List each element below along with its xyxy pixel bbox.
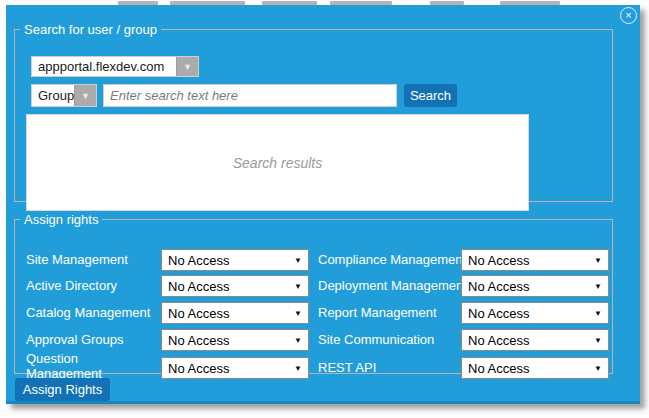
- search-type-dropdown[interactable]: Group ▼: [31, 84, 97, 107]
- select-value: No Access: [468, 306, 529, 321]
- search-results-placeholder: Search results: [233, 155, 322, 171]
- assign-rights-button[interactable]: Assign Rights: [15, 378, 110, 401]
- select-deployment-management[interactable]: No Access ▼: [461, 275, 609, 297]
- select-site-management[interactable]: No Access ▼: [161, 249, 309, 271]
- label-approval-groups: Approval Groups: [26, 329, 124, 351]
- select-arrow-icon: ▼: [294, 364, 302, 373]
- domain-dropdown[interactable]: appportal.flexdev.com ▼: [31, 56, 199, 77]
- select-arrow-icon: ▼: [594, 309, 602, 318]
- select-arrow-icon: ▼: [594, 364, 602, 373]
- label-active-directory: Active Directory: [26, 275, 117, 297]
- close-icon[interactable]: ×: [620, 7, 637, 24]
- search-results-panel[interactable]: Search results: [26, 114, 529, 211]
- assign-rights-section: Assign rights Site Management No Access …: [14, 212, 613, 374]
- select-arrow-icon: ▼: [294, 256, 302, 265]
- combo-arrow-glyph: ▼: [81, 91, 90, 101]
- label-deployment-management: Deployment Management: [318, 275, 467, 297]
- select-catalog-management[interactable]: No Access ▼: [161, 302, 309, 324]
- select-value: No Access: [468, 361, 529, 376]
- select-arrow-icon: ▼: [594, 336, 602, 345]
- search-type-dropdown-value: Group: [32, 85, 74, 106]
- label-report-management: Report Management: [318, 302, 437, 324]
- select-value: No Access: [468, 279, 529, 294]
- select-active-directory[interactable]: No Access ▼: [161, 275, 309, 297]
- label-site-management: Site Management: [26, 249, 128, 271]
- label-compliance-management: Compliance Management: [318, 249, 466, 271]
- assign-section-legend: Assign rights: [20, 212, 102, 227]
- search-user-group-section: Search for user / group appportal.flexde…: [14, 22, 613, 202]
- chevron-down-icon[interactable]: ▼: [176, 57, 198, 76]
- select-approval-groups[interactable]: No Access ▼: [161, 329, 309, 351]
- select-rest-api[interactable]: No Access ▼: [461, 357, 609, 379]
- select-arrow-icon: ▼: [294, 282, 302, 291]
- label-rest-api: REST API: [318, 357, 376, 379]
- select-arrow-icon: ▼: [294, 336, 302, 345]
- select-arrow-icon: ▼: [594, 282, 602, 291]
- select-value: No Access: [168, 333, 229, 348]
- search-section-legend: Search for user / group: [20, 22, 161, 37]
- assign-rights-dialog: × Search for user / group appportal.flex…: [6, 5, 640, 404]
- label-catalog-management: Catalog Management: [26, 302, 150, 324]
- label-question-management: Question Management: [26, 351, 138, 381]
- search-button[interactable]: Search: [404, 84, 457, 107]
- select-value: No Access: [168, 306, 229, 321]
- chevron-down-icon[interactable]: ▼: [74, 85, 96, 106]
- page: × Search for user / group appportal.flex…: [0, 0, 649, 418]
- select-question-management[interactable]: No Access ▼: [161, 357, 309, 379]
- search-input[interactable]: [103, 84, 397, 107]
- domain-dropdown-value: appportal.flexdev.com: [32, 57, 176, 76]
- select-arrow-icon: ▼: [294, 309, 302, 318]
- select-value: No Access: [168, 361, 229, 376]
- combo-arrow-glyph: ▼: [183, 62, 192, 72]
- select-value: No Access: [468, 333, 529, 348]
- select-site-communication[interactable]: No Access ▼: [461, 329, 609, 351]
- select-value: No Access: [468, 253, 529, 268]
- label-site-communication: Site Communication: [318, 329, 434, 351]
- select-value: No Access: [168, 279, 229, 294]
- select-arrow-icon: ▼: [594, 256, 602, 265]
- select-compliance-management[interactable]: No Access ▼: [461, 249, 609, 271]
- select-value: No Access: [168, 253, 229, 268]
- select-report-management[interactable]: No Access ▼: [461, 302, 609, 324]
